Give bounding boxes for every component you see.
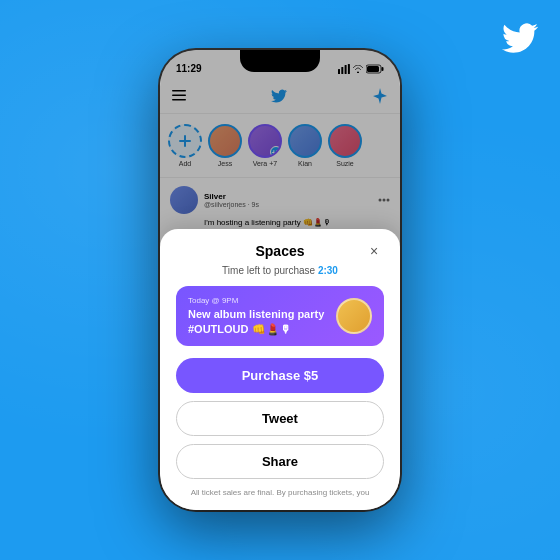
timer-text: Time left to purchase	[222, 265, 315, 276]
close-button[interactable]: ×	[364, 241, 384, 261]
disclaimer-text: All ticket sales are final. By purchasin…	[176, 487, 384, 498]
tweet-button[interactable]: Tweet	[176, 401, 384, 436]
sheet-title: Spaces	[196, 243, 364, 259]
sheet-card-title: New album listening party#OUTLOUD 👊💄🎙	[188, 307, 324, 336]
space-card-sheet: Today @ 9PM New album listening party#OU…	[176, 286, 384, 346]
sheet-card-time: Today @ 9PM	[188, 296, 324, 305]
phone-screen: 11:29	[160, 50, 400, 510]
timer-value: 2:30	[318, 265, 338, 276]
sheet-card-avatar	[336, 298, 372, 334]
purchase-button[interactable]: Purchase $5	[176, 358, 384, 393]
sheet-timer: Time left to purchase 2:30	[176, 265, 384, 276]
sheet-card-content: Today @ 9PM New album listening party#OU…	[188, 296, 324, 336]
sheet-header: Spaces ×	[176, 229, 384, 265]
share-button[interactable]: Share	[176, 444, 384, 479]
twitter-bird-icon	[502, 20, 538, 56]
bottom-sheet: Spaces × Time left to purchase 2:30 Toda…	[160, 229, 400, 510]
phone-mockup: 11:29	[160, 50, 400, 510]
